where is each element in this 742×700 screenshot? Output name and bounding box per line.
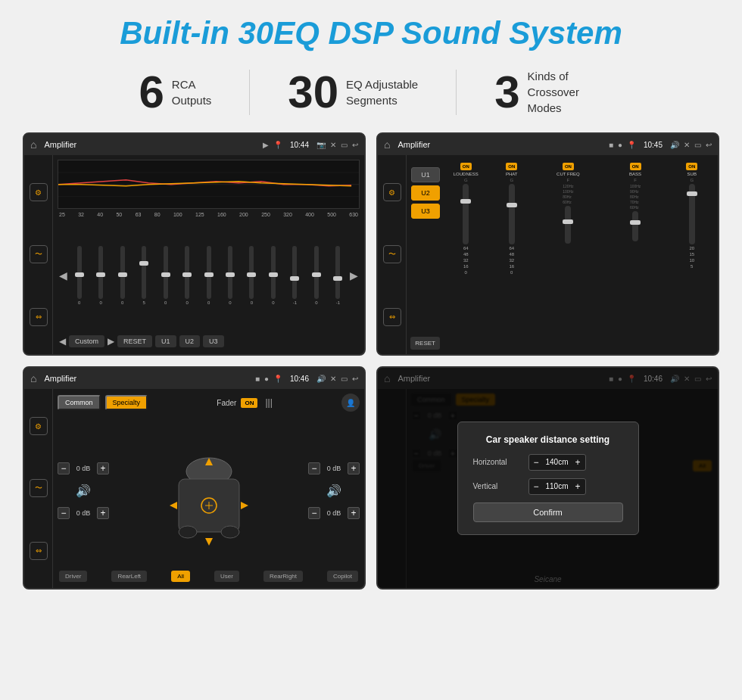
eq-u2-btn[interactable]: U2: [179, 335, 201, 347]
vertical-input[interactable]: − 110cm +: [528, 478, 586, 495]
rearright-btn[interactable]: RearRight: [263, 571, 303, 582]
screen-dialog: ⌂ Amplifier ■ ● 📍 10:46 🔊 ✕ ▭ ↩ Common S…: [376, 366, 719, 590]
left-speaker-icon: 🔊: [58, 484, 109, 498]
min-icon-2: ▭: [694, 141, 701, 149]
copilot-btn[interactable]: Copilot: [327, 571, 358, 582]
stat-crossover-number: 3: [494, 70, 519, 115]
fader-label: Fader: [217, 399, 236, 407]
screen-eq: ⌂ Amplifier ▶ 📍 10:44 📷 ✕ ▭ ↩ ⚙ 〜 ⇔: [23, 132, 366, 356]
amp-u2-btn[interactable]: U2: [411, 185, 440, 201]
car-diagram-area: [114, 415, 304, 566]
left-bottom-minus[interactable]: −: [58, 507, 70, 519]
back-icon-2: ↩: [706, 141, 712, 149]
rearleft-btn[interactable]: RearLeft: [111, 571, 147, 582]
page-wrapper: Built-in 30EQ DSP Sound System 6 RCA Out…: [0, 0, 742, 700]
min-icon-3: ▭: [341, 375, 348, 383]
stat-rca-label: RCA Outputs: [172, 76, 212, 108]
eq-u3-btn[interactable]: U3: [203, 335, 224, 347]
amp-expand-icon[interactable]: ⇔: [383, 308, 401, 326]
location-icon: 📍: [273, 141, 282, 149]
right-top-minus[interactable]: −: [308, 462, 320, 474]
fader-left-bottom-db: − 0 dB +: [58, 507, 109, 519]
horizontal-value: 140cm: [542, 458, 572, 466]
close-icon-2: ✕: [684, 141, 690, 149]
screen2-bar: ⌂ Amplifier ■ ● 📍 10:45 🔊 ✕ ▭ ↩: [378, 134, 718, 155]
horizontal-label: Horizontal: [473, 458, 522, 466]
eq-expand-icon[interactable]: ⇔: [30, 308, 48, 326]
amp-filter-icon[interactable]: ⚙: [383, 183, 401, 201]
vertical-plus[interactable]: +: [575, 481, 581, 492]
right-bottom-val: 0 dB: [323, 509, 344, 517]
fader-left-top-db: − 0 dB +: [58, 462, 109, 474]
amp-u3-btn[interactable]: U3: [411, 204, 440, 219]
eq-reset-btn[interactable]: RESET: [117, 335, 152, 347]
screen1-bar: ⌂ Amplifier ▶ 📍 10:44 📷 ✕ ▭ ↩: [24, 134, 364, 155]
play-icon: ▶: [263, 141, 269, 149]
fader-expand-icon[interactable]: ⇔: [30, 542, 48, 560]
eq-left-arrow[interactable]: ◀: [59, 269, 67, 282]
confirm-button[interactable]: Confirm: [473, 502, 623, 522]
eq-slider-5: 0: [156, 246, 175, 305]
svg-marker-14: [241, 502, 248, 509]
close-icon-3: ✕: [330, 375, 336, 383]
vertical-value: 110cm: [542, 482, 572, 490]
fader-left-controls: − 0 dB + 🔊 − 0 dB +: [58, 415, 109, 566]
amp-sidebar: ⚙ 〜 ⇔: [378, 155, 407, 354]
screen-fader: ⌂ Amplifier ■ ● 📍 10:46 🔊 ✕ ▭ ↩ ⚙ 〜 ⇔: [23, 366, 366, 590]
eq-u1-btn[interactable]: U1: [155, 335, 176, 347]
horizontal-minus[interactable]: −: [534, 457, 539, 468]
horizontal-plus[interactable]: +: [575, 457, 581, 468]
right-bottom-minus[interactable]: −: [308, 507, 320, 519]
svg-marker-13: [170, 502, 177, 509]
eq-filter-icon[interactable]: ⚙: [30, 183, 48, 201]
left-top-plus[interactable]: +: [97, 462, 109, 474]
eq-sliders: ◀ 0 0 0: [58, 220, 360, 330]
eq-slider-6: 0: [177, 246, 196, 305]
fader-on-badge: ON: [241, 398, 257, 408]
right-bottom-plus[interactable]: +: [348, 507, 360, 519]
user-btn[interactable]: User: [214, 571, 239, 582]
eq-freq-labels: 25 32 40 50 63 80 100 125 160 200 250 32…: [58, 212, 360, 217]
eq-slider-13: -1: [329, 246, 348, 305]
fader-wave-icon[interactable]: 〜: [30, 479, 48, 497]
stats-row: 6 RCA Outputs 30 EQ Adjustable Segments …: [23, 68, 719, 116]
screens-grid: ⌂ Amplifier ▶ 📍 10:44 📷 ✕ ▭ ↩ ⚙ 〜 ⇔: [23, 132, 719, 590]
eq-slider-9: 0: [242, 246, 261, 305]
left-bottom-plus[interactable]: +: [97, 507, 109, 519]
amp-reset-btn[interactable]: RESET: [410, 337, 440, 350]
eq-wave-icon[interactable]: 〜: [30, 245, 48, 263]
fader-filter-icon[interactable]: ⚙: [30, 417, 48, 435]
amp-u1-btn[interactable]: U1: [411, 167, 440, 182]
eq-next-icon[interactable]: ▶: [108, 336, 114, 347]
eq-slider-4: 5: [134, 246, 153, 305]
driver-btn[interactable]: Driver: [59, 571, 87, 582]
dialog-box: Car speaker distance setting Horizontal …: [457, 422, 639, 535]
home-icon: ⌂: [30, 138, 36, 151]
eq-bottom-bar: ◀ Custom ▶ RESET U1 U2 U3: [58, 333, 360, 350]
specialty-tab[interactable]: Specialty: [105, 395, 148, 410]
left-bottom-val: 0 dB: [73, 509, 94, 517]
home-icon-3: ⌂: [30, 372, 36, 384]
right-top-plus[interactable]: +: [348, 462, 360, 474]
horizontal-input[interactable]: − 140cm +: [528, 454, 586, 471]
eq-slider-1: 0: [70, 246, 89, 305]
dialog-title: Car speaker distance setting: [473, 434, 623, 445]
dialog-horizontal-row: Horizontal − 140cm +: [473, 454, 623, 471]
vertical-minus[interactable]: −: [534, 481, 539, 492]
fader-sidebar: ⚙ 〜 ⇔: [24, 389, 53, 588]
location-icon-3: 📍: [273, 375, 282, 383]
eq-custom-btn[interactable]: Custom: [69, 335, 104, 347]
fader-content: − 0 dB + 🔊 − 0 dB +: [58, 415, 360, 566]
eq-prev-icon[interactable]: ◀: [59, 336, 66, 347]
common-tab[interactable]: Common: [58, 395, 101, 410]
fader-main: Common Specialty Fader ON ||| 👤 −: [53, 389, 364, 588]
all-btn[interactable]: All: [171, 571, 190, 582]
minimize-icon: ▭: [341, 141, 348, 149]
stat-eq: 30 EQ Adjustable Segments: [250, 70, 456, 115]
amp-wave-icon[interactable]: 〜: [383, 245, 401, 263]
stat-eq-label: EQ Adjustable Segments: [346, 76, 418, 108]
screen-amp: ⌂ Amplifier ■ ● 📍 10:45 🔊 ✕ ▭ ↩ ⚙ 〜 ⇔: [376, 132, 719, 356]
eq-right-arrow[interactable]: ▶: [350, 269, 358, 282]
left-top-minus[interactable]: −: [58, 462, 70, 474]
location-icon-2: 📍: [627, 141, 636, 149]
